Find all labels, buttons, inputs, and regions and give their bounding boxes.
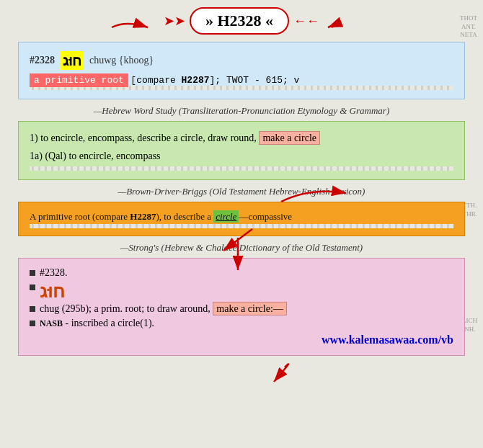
circle-highlight: circle (213, 210, 239, 223)
website-link[interactable]: www.kalemasawaa.com/vb (30, 333, 453, 346)
website-container: www.kalemasawaa.com/vb (30, 333, 453, 346)
bdb-title: —Brown-Driver-Briggs (Old Testament Hebr… (18, 186, 465, 197)
bullet-icon (30, 270, 35, 276)
compare-text: [compare H2287]; TWOT - 615; v (130, 75, 299, 86)
h2328-badge: » H2328 « (190, 7, 289, 35)
badge-text: » H2328 « (205, 12, 273, 30)
nasb-text: - inscribed a circle(1). (66, 318, 155, 328)
strongs-nasb-line: NASB - inscribed a circle(1). (30, 318, 453, 329)
hebrew-word-blue: חוּג (61, 51, 84, 70)
strongs-hebrew-word: חוּג (30, 282, 453, 300)
orange-section: A primitive root (compare H2287), to des… (18, 202, 465, 236)
right-arrow-icon: ←← (293, 14, 319, 29)
hebrew-study-title: —Hebrew Word Study (Transliteration-Pron… (18, 105, 465, 117)
primitive-root-label: a primitive root (30, 73, 128, 87)
bullet-icon-3 (30, 306, 35, 312)
bdb-text: A primitive root (compare H2287), to des… (30, 210, 292, 223)
header-section: ➤➤ » H2328 « ←← (18, 7, 465, 35)
pink-section: #2328. חוּג chug (295b); a prim. root; t… (18, 258, 465, 356)
strongs-chug-line: chug (295b); a prim. root; to draw aroun… (30, 303, 453, 315)
left-arrow-icon: ➤➤ (164, 13, 185, 29)
bullet-icon-4 (30, 321, 35, 326)
strongs-entry-number: #2328. (30, 267, 453, 279)
transliteration: chuwg {khoog} (89, 55, 154, 66)
make-circle-highlight: make a circle (259, 131, 320, 145)
entry-line: #2328 חוּג chuwg {khoog} (30, 51, 453, 70)
bdb-h2287-link[interactable]: H2287 (130, 211, 156, 222)
nasb-label: NASB (40, 318, 63, 328)
make-circle-pink-highlight: make a circle:— (213, 302, 287, 315)
bullet-icon-2 (30, 285, 35, 290)
green-section: 1) to encircle, encompass, describe a ci… (18, 121, 465, 180)
strongs-title: —Strong's (Hebrew & Chaldee Dictionary o… (18, 242, 465, 254)
definition-1a: 1a) (Qal) to encircle, encompass (30, 148, 453, 163)
entry-number: #2328 (30, 55, 55, 66)
primitive-root-line: a primitive root [compare H2287]; TWOT -… (30, 74, 453, 86)
blue-section: #2328 חוּג chuwg {khoog} a primitive roo… (18, 42, 465, 99)
hebrew-word-pink: חוּג (40, 282, 65, 300)
h2287-link[interactable]: H2287 (182, 75, 210, 86)
definition-1: 1) to encircle, encompass, describe a ci… (30, 130, 453, 145)
